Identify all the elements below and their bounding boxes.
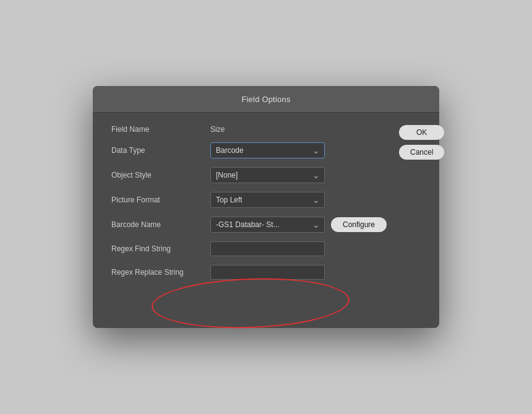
field-name-value-area: Size <box>210 125 387 134</box>
data-type-row: Data Type Barcode Text Number <box>111 142 387 158</box>
cancel-button[interactable]: Cancel <box>399 145 444 160</box>
object-style-control: [None] Style 1 <box>210 167 387 183</box>
field-options-dialog: Field Options Field Name Size Data Type <box>93 86 439 328</box>
data-type-control: Barcode Text Number <box>210 142 387 158</box>
barcode-name-select-wrapper: -GS1 Databar- St... <box>210 217 325 233</box>
object-style-select[interactable]: [None] Style 1 <box>210 167 325 183</box>
picture-format-select-wrapper: Top Left Top Center Center <box>210 192 325 208</box>
regex-find-label: Regex Find String <box>111 244 210 253</box>
dialog-title-bar: Field Options <box>93 86 439 113</box>
picture-format-label: Picture Format <box>111 196 210 204</box>
barcode-name-control: -GS1 Databar- St... Configure <box>210 217 387 233</box>
object-style-select-wrapper: [None] Style 1 <box>210 167 325 183</box>
regex-find-input[interactable] <box>210 241 325 256</box>
dialog-body: Field Name Size Data Type Barcode Text N… <box>93 113 439 309</box>
picture-format-select[interactable]: Top Left Top Center Center <box>210 192 325 208</box>
data-type-select[interactable]: Barcode Text Number <box>210 142 325 158</box>
regex-replace-input[interactable] <box>210 265 325 280</box>
object-style-row: Object Style [None] Style 1 <box>111 167 387 183</box>
object-style-label: Object Style <box>111 171 210 179</box>
top-left-fields: Field Name Size Data Type Barcode Text N… <box>111 125 387 288</box>
regex-replace-row: Regex Replace String <box>111 265 387 280</box>
regex-replace-label: Regex Replace String <box>111 268 210 277</box>
configure-button[interactable]: Configure <box>331 217 387 232</box>
ok-button[interactable]: OK <box>399 125 444 140</box>
field-name-label: Field Name <box>111 125 210 134</box>
picture-format-control: Top Left Top Center Center <box>210 192 387 208</box>
data-type-select-wrapper: Barcode Text Number <box>210 142 325 158</box>
barcode-name-label: Barcode Name <box>111 220 210 229</box>
action-buttons: OK Cancel <box>399 125 444 160</box>
field-name-row: Field Name Size <box>111 125 387 134</box>
field-name-value: Size <box>210 125 225 134</box>
dialog-title: Field Options <box>241 95 290 104</box>
regex-find-row: Regex Find String <box>111 241 387 256</box>
data-type-label: Data Type <box>111 146 210 155</box>
picture-format-row: Picture Format Top Left Top Center Cente… <box>111 192 387 208</box>
regex-find-control <box>210 241 387 256</box>
regex-replace-control <box>210 265 387 280</box>
barcode-name-row: Barcode Name -GS1 Databar- St... Configu… <box>111 217 387 233</box>
top-section: Field Name Size Data Type Barcode Text N… <box>111 125 421 288</box>
barcode-name-select[interactable]: -GS1 Databar- St... <box>210 217 325 233</box>
